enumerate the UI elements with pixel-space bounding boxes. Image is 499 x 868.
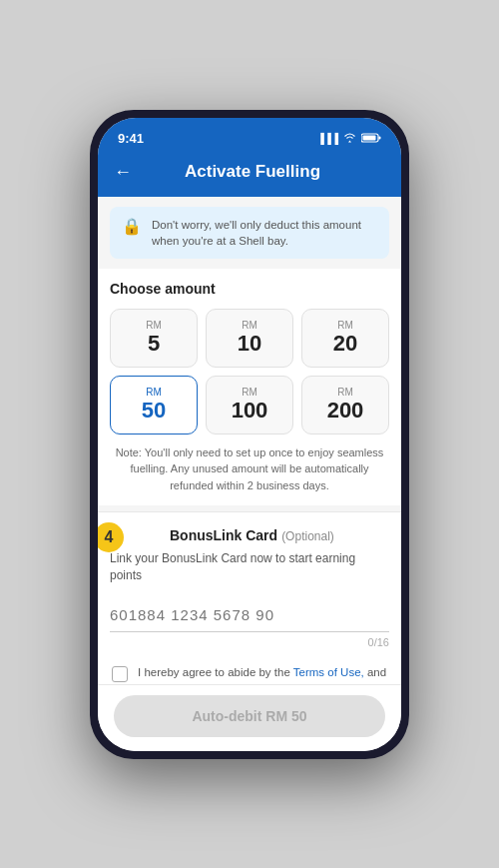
page-title: Activate Fuelling — [144, 162, 361, 182]
terms-text: I hereby agree to abide by the Terms of … — [138, 664, 387, 684]
terms-row: I hereby agree to abide by the Terms of … — [110, 664, 389, 684]
status-time: 9:41 — [118, 131, 144, 146]
auto-debit-button[interactable]: Auto-debit RM 50 — [114, 695, 385, 737]
amount-card-5[interactable]: RM 5 — [110, 309, 198, 368]
amount-section: Choose amount RM 5 RM 10 RM 20 — [98, 269, 401, 506]
battery-icon — [361, 133, 381, 145]
svg-rect-1 — [363, 135, 376, 140]
info-banner-text: Don't worry, we'll only deduct this amou… — [152, 217, 377, 249]
bonuslink-subtitle: Link your BonusLink Card now to start ea… — [110, 550, 389, 584]
amount-card-50[interactable]: RM 50 — [110, 376, 198, 434]
info-banner: 🔒 Don't worry, we'll only deduct this am… — [110, 207, 389, 259]
terms-link[interactable]: Terms of Use, — [293, 666, 364, 678]
amount-card-10[interactable]: RM 10 — [206, 309, 293, 368]
wifi-icon — [343, 133, 356, 145]
optional-label: (Optional) — [281, 529, 334, 543]
amount-card-100[interactable]: RM 100 — [206, 376, 293, 434]
amount-card-20[interactable]: RM 20 — [301, 309, 389, 368]
main-content: 🔒 Don't worry, we'll only deduct this am… — [98, 197, 401, 684]
card-input-container: 0/16 — [110, 598, 389, 652]
lock-icon: 🔒 — [122, 217, 142, 236]
terms-checkbox[interactable] — [112, 666, 128, 682]
back-button[interactable]: ← — [114, 162, 132, 183]
bonuslink-title: BonusLink Card — [170, 527, 277, 543]
step-badge: 4 — [98, 522, 124, 552]
app-header: ← Activate Fuelling — [98, 152, 401, 197]
amount-note: Note: You'll only need to set up once to… — [114, 444, 385, 494]
amount-grid: RM 5 RM 10 RM 20 RM 50 — [110, 309, 389, 434]
svg-rect-2 — [379, 136, 381, 139]
amount-card-200[interactable]: RM 200 — [301, 376, 389, 434]
char-count: 0/16 — [110, 636, 389, 648]
bonuslink-section: 4 BonusLink Card(Optional) Link your Bon… — [98, 512, 401, 683]
signal-icon: ▐▐▐ — [317, 133, 338, 144]
bonuslink-card-input[interactable] — [110, 598, 389, 632]
choose-amount-title: Choose amount — [110, 281, 389, 297]
bottom-bar: Auto-debit RM 50 — [98, 684, 401, 751]
